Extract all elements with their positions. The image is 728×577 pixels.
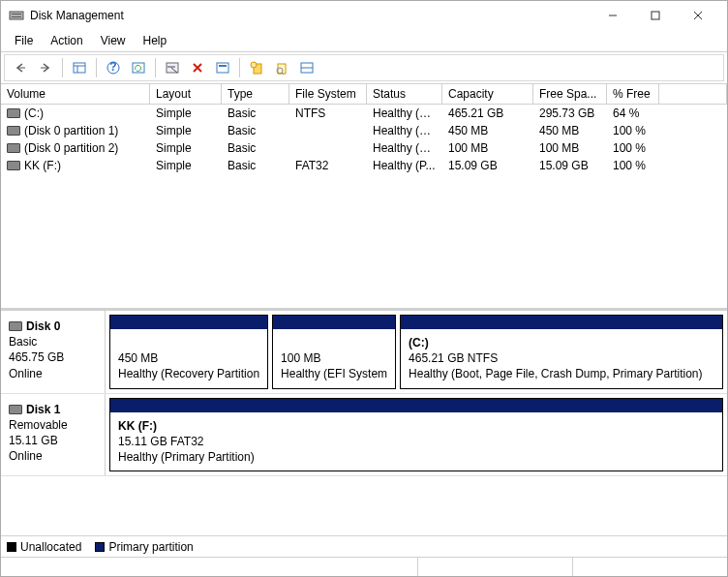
disk-row: Disk 0Basic465.75 GBOnline 450 MBHealthy… — [1, 311, 727, 394]
volume-layout: Simple — [150, 140, 222, 156]
window-title: Disk Management — [30, 9, 592, 22]
volume-status: Healthy (B... — [367, 106, 442, 121]
volume-layout: Simple — [150, 123, 222, 138]
partition[interactable]: 450 MBHealthy (Recovery Partition — [109, 315, 268, 389]
column-free[interactable]: Free Spa... — [533, 84, 607, 104]
volume-status: Healthy (E... — [367, 140, 442, 156]
volume-type: Basic — [222, 158, 289, 173]
volume-free: 450 MB — [533, 123, 607, 138]
volume-layout: Simple — [150, 158, 222, 173]
partition-size: 450 MB — [118, 350, 259, 366]
disk-name: Disk 1 — [26, 402, 60, 417]
volume-fs: NTFS — [289, 106, 367, 121]
partition[interactable]: KK (F:)15.11 GB FAT32Healthy (Primary Pa… — [109, 398, 723, 472]
disk-row: Disk 1Removable15.11 GBOnlineKK (F:)15.1… — [1, 394, 727, 477]
rescan-button[interactable] — [270, 56, 293, 79]
column-volume[interactable]: Volume — [1, 84, 150, 104]
volume-fs — [289, 140, 367, 156]
volume-list-header: Volume Layout Type File System Status Ca… — [1, 84, 727, 105]
volume-row[interactable]: (Disk 0 partition 1)SimpleBasicHealthy (… — [1, 122, 727, 139]
disk-name: Disk 0 — [26, 319, 60, 334]
partition-bar — [110, 316, 267, 329]
volume-name: (Disk 0 partition 1) — [24, 124, 118, 137]
forward-button[interactable] — [34, 56, 57, 79]
partition-size: 15.11 GB FAT32 — [118, 434, 714, 449]
volume-icon — [7, 143, 20, 153]
disk-status: Online — [9, 448, 97, 464]
close-button[interactable] — [677, 2, 719, 29]
maximize-button[interactable] — [634, 2, 677, 29]
column-type[interactable]: Type — [222, 84, 289, 104]
disk-icon — [9, 321, 22, 331]
partition-title: (C:) — [409, 335, 714, 350]
partition-status: Healthy (Boot, Page File, Crash Dump, Pr… — [409, 366, 714, 381]
svg-rect-1 — [12, 14, 21, 15]
volume-capacity: 465.21 GB — [442, 106, 533, 121]
delete-button[interactable] — [186, 56, 209, 79]
disk-partitions: 450 MBHealthy (Recovery Partition 100 MB… — [106, 311, 727, 393]
disk-type: Removable — [9, 417, 97, 433]
volume-icon — [7, 161, 20, 170]
disk-info[interactable]: Disk 1Removable15.11 GBOnline — [1, 394, 106, 476]
volume-capacity: 15.09 GB — [442, 158, 533, 173]
column-capacity[interactable]: Capacity — [442, 84, 533, 104]
volume-name: KK (F:) — [24, 159, 61, 172]
column-filesystem[interactable]: File System — [289, 84, 367, 104]
disk-icon — [9, 405, 22, 414]
partition-status: Healthy (Recovery Partition — [118, 366, 259, 381]
partition-status: Healthy (Primary Partition) — [118, 449, 714, 465]
volume-free: 15.09 GB — [533, 158, 607, 173]
svg-rect-0 — [10, 12, 23, 19]
layout-button[interactable] — [295, 56, 318, 79]
volume-capacity: 450 MB — [442, 123, 533, 138]
menu-action[interactable]: Action — [43, 32, 90, 49]
legend-primary: Primary partition — [108, 540, 193, 554]
partition-bar — [401, 316, 722, 329]
volume-fs — [289, 123, 367, 138]
show-hide-tree-button[interactable] — [68, 56, 91, 79]
swatch-primary — [95, 542, 105, 552]
volume-fs: FAT32 — [289, 158, 367, 173]
disk-partitions: KK (F:)15.11 GB FAT32Healthy (Primary Pa… — [106, 394, 727, 476]
volume-pct: 100 % — [607, 140, 659, 156]
partition-bar — [273, 316, 395, 329]
volume-row[interactable]: (Disk 0 partition 2)SimpleBasicHealthy (… — [1, 139, 727, 157]
column-status[interactable]: Status — [367, 84, 442, 104]
toolbar: ? — [4, 54, 724, 81]
new-volume-button[interactable] — [245, 56, 268, 79]
refresh-button[interactable] — [127, 56, 150, 79]
minimize-button[interactable] — [592, 2, 634, 29]
status-bar — [1, 557, 727, 576]
svg-rect-15 — [219, 65, 227, 67]
volume-row[interactable]: (C:)SimpleBasicNTFSHealthy (B...465.21 G… — [1, 105, 727, 122]
volume-pct: 100 % — [607, 158, 659, 173]
menu-help[interactable]: Help — [136, 32, 175, 49]
partition-bar — [110, 399, 722, 412]
disk-status: Online — [9, 366, 97, 381]
partition[interactable]: 100 MBHealthy (EFI System — [272, 315, 396, 389]
partition[interactable]: (C:)465.21 GB NTFSHealthy (Boot, Page Fi… — [400, 315, 723, 389]
settings-button[interactable] — [161, 56, 184, 79]
disk-size: 465.75 GB — [9, 349, 97, 365]
svg-rect-14 — [217, 63, 228, 73]
disk-graphical-view: Disk 0Basic465.75 GBOnline 450 MBHealthy… — [1, 311, 727, 535]
app-icon — [9, 8, 24, 23]
partition-status: Healthy (EFI System — [281, 366, 387, 381]
volume-row[interactable]: KK (F:)SimpleBasicFAT32Healthy (P...15.0… — [1, 157, 727, 174]
disk-size: 15.11 GB — [9, 433, 97, 448]
title-bar: Disk Management — [1, 1, 727, 30]
volume-free: 295.73 GB — [533, 106, 607, 121]
column-pct-free[interactable]: % Free — [607, 84, 659, 104]
menu-file[interactable]: File — [7, 32, 41, 49]
help-button[interactable]: ? — [102, 56, 125, 79]
properties-button[interactable] — [211, 56, 234, 79]
svg-rect-7 — [74, 63, 85, 73]
column-layout[interactable]: Layout — [150, 84, 222, 104]
swatch-unallocated — [7, 542, 16, 552]
svg-rect-4 — [652, 12, 659, 19]
back-button[interactable] — [9, 56, 32, 79]
volume-name: (Disk 0 partition 2) — [24, 141, 118, 155]
menu-view[interactable]: View — [93, 32, 134, 49]
disk-type: Basic — [9, 334, 97, 349]
disk-info[interactable]: Disk 0Basic465.75 GBOnline — [1, 311, 106, 393]
